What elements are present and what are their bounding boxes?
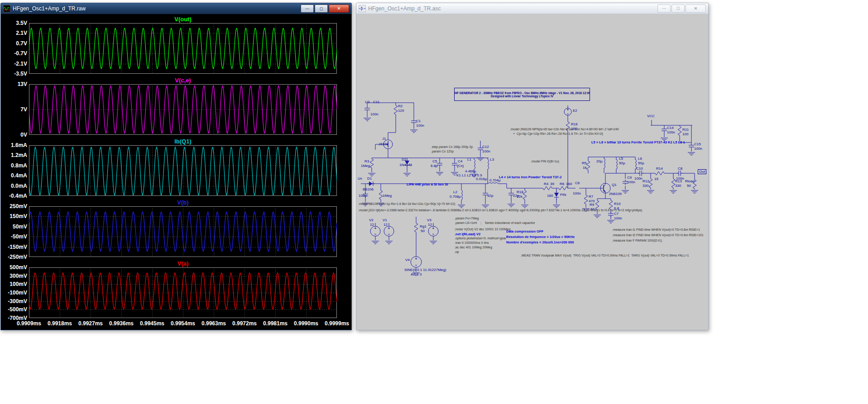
schematic-label: 0.704µ: [489, 179, 501, 183]
y-axis-label: -500mV: [2, 306, 27, 313]
schematic-label: R9: [590, 203, 594, 207]
maximize-button[interactable]: ◻: [671, 5, 685, 13]
schematic-window: HFgen_Osc1+Amp_d_TR.asc — ◻ ✕ U3C11100nR…: [356, 3, 709, 330]
schematic-label: R10: [614, 202, 621, 206]
schematic-label: 100: [571, 127, 577, 131]
schematic-label: R16: [571, 123, 578, 127]
y-axis-label: -300mV: [2, 298, 27, 304]
schematic-label: 50µ: [638, 162, 644, 166]
schematic-label: V2: [369, 219, 374, 223]
y-axis-label: 100mV: [2, 281, 27, 287]
schematic-label: 100: [682, 133, 688, 137]
schematic-label: .model PIN D(B=1u): [531, 160, 559, 163]
schematic-label: Nombre d'exemples = 20us/0.1ns=200 000: [506, 240, 574, 244]
y-axis-label: 7V: [2, 106, 27, 113]
schematic-label: 52p: [487, 194, 493, 198]
schematic-label: .measure tran t1 FIND time WHEN V(out)=0…: [612, 228, 700, 231]
schematic-label: R7: [589, 195, 593, 199]
y-axis-label: 300mV: [2, 273, 27, 279]
schematic-canvas[interactable]: U3C11100nR2120C1100nJ1J310R31MegD21N4148…: [357, 14, 707, 329]
y-axis-label: 1.2mA: [2, 152, 27, 158]
schematic-label: 2N6109: [609, 192, 622, 196]
schematic-label: C7: [614, 212, 619, 216]
schematic-label: C5: [432, 160, 437, 164]
schematic-label: PIN: [560, 193, 566, 197]
close-button[interactable]: ✕: [686, 5, 706, 13]
schematic-label: C11: [373, 100, 379, 105]
schematic-label: Uv: [358, 177, 362, 181]
y-axis-label: -0.4mA: [2, 193, 27, 199]
y-axis-label: 500mV: [2, 264, 27, 271]
x-axis-label: 0.9999ms: [318, 320, 352, 327]
schematic-label: 1Meg: [361, 164, 370, 168]
schematic-label: R11: [682, 128, 689, 132]
schematic-label: Résolution de fréquence = 1/20us = 50KHz: [506, 235, 575, 239]
schematic-label: C9: [627, 176, 632, 180]
y-axis-label: 150mV: [2, 213, 27, 219]
schematic-label: 100n: [614, 217, 622, 221]
schematic-title-box: HF GENERATOR 2 - 30MHz FBEOZ from F6FEO …: [454, 88, 590, 101]
schematic-label: .tran 0 1000000ns 0 4ns: [455, 241, 489, 244]
y-axis-label: 250mV: [2, 203, 27, 209]
minimize-icon: —: [305, 7, 309, 11]
plot-pane[interactable]: [29, 23, 337, 74]
schematic-label: 0.016µ: [476, 177, 487, 181]
schematic-label: 100n: [482, 150, 490, 154]
schematic-label: 160: [566, 182, 572, 186]
window-controls: — ◻ ✕: [301, 5, 349, 13]
schematic-label: R6: [560, 182, 564, 186]
schematic-label: .MEAS TRAN Voutpeak MAX V(out) TRIG V(ou…: [521, 254, 689, 257]
schematic-label: Rload: [685, 180, 695, 184]
net-flag-out: Out: [698, 169, 706, 174]
y-axis-label: -250mV: [2, 254, 27, 260]
schematic-label: 100n: [416, 124, 424, 128]
schematic-label: .step param Cx 166p 200p 2p: [431, 145, 473, 148]
schematic-window-icon: [359, 5, 366, 12]
desktop: HFgen_Osc1+Amp_d_TR.raw — ◻ ✕ V(out)3.5V…: [0, 0, 868, 404]
minimize-button[interactable]: —: [657, 5, 671, 13]
schematic-label: R4: [544, 182, 548, 186]
schematic-title-line1: HF GENERATOR 2 - 30MHz FBEOZ from F6FEO …: [455, 91, 590, 95]
schematic-label: 160: [547, 194, 553, 198]
y-axis-label: -150mV: [2, 244, 27, 250]
y-axis-label: 13V: [2, 81, 27, 87]
y-axis-label: 2.1V: [2, 30, 27, 36]
minimize-button[interactable]: —: [301, 5, 314, 13]
schematic-label: C14: [667, 126, 674, 130]
plot-pane[interactable]: [29, 206, 337, 257]
schematic-label: 12: [428, 223, 432, 227]
maximize-icon: ◻: [320, 7, 323, 11]
y-axis-label: 0.0mA: [2, 183, 27, 189]
schematic-label: R18: [517, 190, 523, 195]
schematic-label: .model 2N6109 NPN(Is=6f Ise=10n Ne=4 Iso…: [510, 128, 619, 131]
schematic-label: 4.466µ: [465, 170, 476, 174]
schematic-label: V4: [405, 258, 410, 262]
waveform-window-titlebar[interactable]: HFgen_Osc1+Amp_d_TR.raw — ◻ ✕: [1, 3, 351, 14]
waveform-window-title: HFgen_Osc1+Amp_d_TR.raw: [13, 5, 301, 12]
minimize-icon: —: [662, 6, 666, 10]
schematic-label: J1: [382, 137, 386, 141]
schematic-label: .param Fo=7Meg: [455, 217, 479, 220]
waveform-plot-area[interactable]: V(out)3.5V2.1V0.7V-0.7V-2.1V-3.5VV(c,e)1…: [2, 14, 350, 329]
close-button[interactable]: ✕: [329, 5, 349, 13]
y-axis-label: 0.4mA: [2, 172, 27, 179]
schematic-label: C4: [458, 160, 462, 164]
plot-pane[interactable]: [29, 145, 337, 196]
schematic-label: BB106: [363, 188, 374, 192]
schematic-label: .measure tran F PARAM 100/(t2-t1): [612, 239, 662, 242]
schematic-label: 50: [687, 184, 691, 188]
schematic-label: AC 1 0: [411, 273, 422, 277]
y-axis-label: 3.5V: [2, 20, 27, 26]
schematic-label: 50: [421, 229, 425, 233]
schematic-label: Q1: [612, 183, 617, 187]
schematic-label: 50µ: [619, 162, 625, 166]
schematic-label: L5 = L6 = bifilar 10 turns Ferrite Toroi…: [591, 140, 685, 144]
plot-pane[interactable]: [29, 84, 337, 135]
maximize-button[interactable]: ◻: [315, 5, 328, 13]
schematic-window-titlebar[interactable]: HFgen_Osc1+Amp_d_TR.asc — ◻ ✕: [356, 3, 708, 14]
y-axis-label: -2.1V: [2, 61, 27, 67]
close-icon: ✕: [694, 6, 697, 11]
plot-pane[interactable]: [29, 267, 337, 318]
schematic-label: D2: [402, 158, 406, 162]
y-axis-label: 0.8mA: [2, 162, 27, 169]
